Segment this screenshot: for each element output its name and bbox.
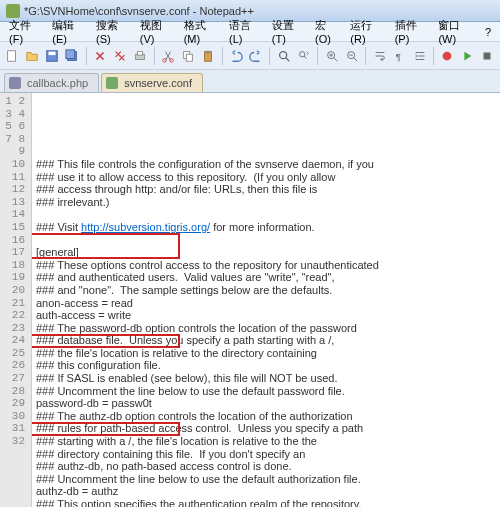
menu-bar: 文件(F) 编辑(E) 搜索(S) 视图(V) 格式(M) 语言(L) 设置(T… [0, 22, 500, 42]
svg-rect-12 [206, 50, 210, 53]
code-line: ### use it to allow access to this repos… [36, 171, 496, 184]
code-line: ### authz-db, no path-based access contr… [36, 460, 496, 473]
find-icon[interactable] [275, 47, 292, 65]
print-icon[interactable] [132, 47, 149, 65]
toolbar-separator [317, 47, 318, 65]
indent-icon[interactable] [411, 47, 428, 65]
subversion-link[interactable]: http://subversion.tigris.org/ [81, 221, 210, 233]
save-icon[interactable] [44, 47, 61, 65]
toolbar-separator [86, 47, 87, 65]
copy-icon[interactable] [180, 47, 197, 65]
code-line: ### These options control access to the … [36, 259, 496, 272]
undo-icon[interactable] [228, 47, 245, 65]
menu-plugins[interactable]: 插件(P) [390, 16, 432, 47]
code-line: ### The password-db option controls the … [36, 322, 496, 335]
code-line: authz-db = authz [36, 485, 496, 498]
replace-icon[interactable] [295, 47, 312, 65]
code-line: ### access through http: and/or file: UR… [36, 183, 496, 196]
code-line: ### Uncomment the line below to use the … [36, 473, 496, 486]
toolbar-separator [365, 47, 366, 65]
code-line: ### This option specifies the authentica… [36, 498, 496, 507]
code-line: ### this configuration file. [36, 359, 496, 372]
menu-settings[interactable]: 设置(T) [267, 16, 308, 47]
menu-view[interactable]: 视图(V) [135, 16, 177, 47]
svg-rect-19 [484, 52, 491, 59]
code-line: [general] [36, 246, 496, 259]
redo-icon[interactable] [247, 47, 264, 65]
paste-icon[interactable] [200, 47, 217, 65]
code-line [36, 234, 496, 247]
toolbar-separator [222, 47, 223, 65]
open-file-icon[interactable] [24, 47, 41, 65]
code-line: ### If SASL is enabled (see below), this… [36, 372, 496, 385]
menu-search[interactable]: 搜索(S) [91, 16, 133, 47]
cut-icon[interactable] [160, 47, 177, 65]
code-line: ### rules for path-based access control.… [36, 422, 496, 435]
svg-rect-4 [66, 49, 75, 58]
macro-stop-icon[interactable] [479, 47, 496, 65]
show-chars-icon[interactable]: ¶ [391, 47, 408, 65]
tab-label: callback.php [27, 77, 88, 89]
svg-text:¶: ¶ [395, 50, 400, 61]
toolbar-separator [433, 47, 434, 65]
save-all-icon[interactable] [64, 47, 81, 65]
window-title: *G:\SVNHome\conf\svnserve.conf - Notepad… [24, 5, 254, 17]
menu-macro[interactable]: 宏(O) [310, 16, 343, 47]
code-line: ### Uncomment the line below to use the … [36, 385, 496, 398]
toolbar-separator [154, 47, 155, 65]
menu-file[interactable]: 文件(F) [4, 16, 45, 47]
code-line: password-db = passw0t [36, 397, 496, 410]
menu-format[interactable]: 格式(M) [179, 16, 222, 47]
code-line: ### The authz-db option controls the loc… [36, 410, 496, 423]
editor-area: 1 2 3 4 5 6 7 8 9 10 11 12 13 14 15 16 1… [0, 92, 500, 507]
macro-record-icon[interactable] [439, 47, 456, 65]
svg-rect-0 [8, 50, 16, 61]
code-line: ### starting with a /, the file's locati… [36, 435, 496, 448]
svg-rect-6 [138, 51, 143, 55]
menu-edit[interactable]: 编辑(E) [47, 16, 89, 47]
svg-point-13 [279, 51, 286, 58]
macro-play-icon[interactable] [459, 47, 476, 65]
code-line: ### irrelevant.) [36, 196, 496, 209]
code-content[interactable]: ### This file controls the configuration… [32, 93, 500, 507]
tab-bar: callback.php svnserve.conf [0, 70, 500, 92]
code-line: ### and authenticated users. Valid value… [36, 271, 496, 284]
menu-lang[interactable]: 语言(L) [224, 16, 265, 47]
zoom-out-icon[interactable] [343, 47, 360, 65]
code-line: ### database file. Unless you specify a … [36, 334, 496, 347]
new-file-icon[interactable] [4, 47, 21, 65]
menu-help[interactable]: ? [480, 24, 496, 40]
line-number-gutter: 1 2 3 4 5 6 7 8 9 10 11 12 13 14 15 16 1… [0, 93, 32, 507]
code-line: ### and "none". The sample settings belo… [36, 284, 496, 297]
wrap-icon[interactable] [371, 47, 388, 65]
zoom-in-icon[interactable] [323, 47, 340, 65]
menu-run[interactable]: 运行(R) [345, 16, 387, 47]
tab-callback-php[interactable]: callback.php [4, 73, 99, 92]
code-line: ### directory containing this file. If y… [36, 448, 496, 461]
code-line: anon-access = read [36, 297, 496, 310]
toolbar: ¶ [0, 42, 500, 70]
code-line [36, 208, 496, 221]
svg-point-18 [443, 51, 452, 60]
svg-rect-10 [186, 54, 192, 61]
svg-rect-2 [49, 51, 56, 55]
code-line: ### This file controls the configuration… [36, 158, 496, 171]
tab-svnserve-conf[interactable]: svnserve.conf [101, 73, 203, 92]
close-all-icon[interactable] [112, 47, 129, 65]
toolbar-separator [269, 47, 270, 65]
close-icon[interactable] [92, 47, 109, 65]
menu-window[interactable]: 窗口(W) [433, 16, 477, 47]
code-line: auth-access = write [36, 309, 496, 322]
code-line: ### the file's location is relative to t… [36, 347, 496, 360]
code-line: ### Visit http://subversion.tigris.org/ … [36, 221, 496, 234]
tab-label: svnserve.conf [124, 77, 192, 89]
